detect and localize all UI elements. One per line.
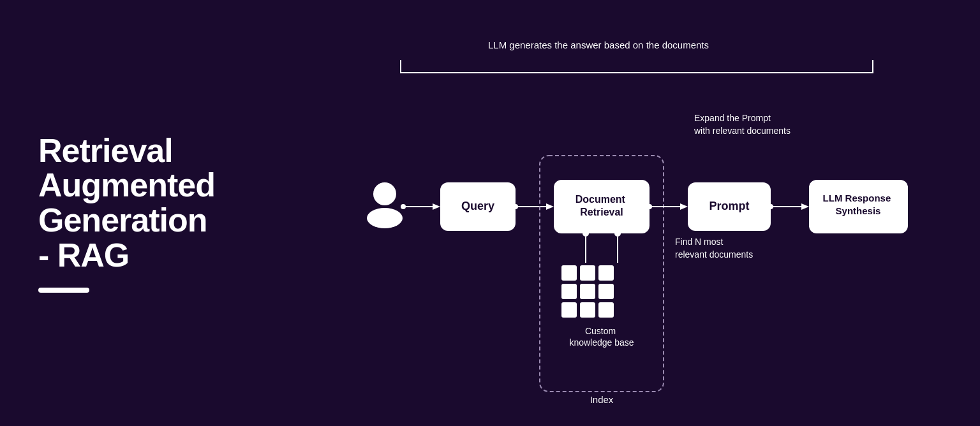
dot-docret-prompt: [647, 204, 652, 209]
dot-prompt-llm: [768, 204, 773, 209]
kb-cell-7: [561, 302, 577, 318]
user-body-icon: [367, 208, 403, 228]
main-title: Retrieval Augmented Generation - RAG: [38, 133, 242, 272]
top-annotation-text: LLM generates the answer based on the do…: [488, 40, 709, 50]
kb-cell-9: [598, 302, 614, 318]
find-annotation: Find N most relevant documents: [675, 237, 753, 260]
connector-dot-left: [583, 230, 589, 237]
kb-cell-3: [598, 265, 614, 281]
prompt-label: Prompt: [709, 200, 750, 212]
arrowhead-query-docret: [546, 203, 554, 210]
kb-cell-5: [580, 284, 595, 299]
arrowhead-user-query: [433, 203, 440, 210]
kb-cell-2: [580, 265, 595, 281]
expand-annotation: Expand the Prompt with relevant document…: [694, 113, 791, 136]
diagram-section: LLM generates the answer based on the do…: [255, 13, 942, 413]
index-label: Index: [590, 394, 614, 404]
kb-cell-8: [580, 302, 595, 318]
connector-dot-right: [614, 230, 621, 237]
kb-cell-1: [561, 265, 577, 281]
dot-user-query: [401, 204, 406, 209]
kb-cell-6: [598, 284, 614, 299]
title-underline: [38, 288, 89, 293]
kb-cell-4: [561, 284, 577, 299]
page-container: Retrieval Augmented Generation - RAG LLM…: [0, 0, 980, 426]
knowledge-base-label: Custom knowledge base: [569, 326, 634, 348]
arrowhead-prompt-llm: [801, 203, 809, 210]
top-bracket: [401, 60, 873, 73]
dot-query-docret: [513, 204, 518, 209]
arrowhead-docret-prompt: [680, 203, 688, 210]
query-label: Query: [461, 200, 494, 212]
left-section: Retrieval Augmented Generation - RAG: [38, 133, 255, 293]
rag-diagram: LLM generates the answer based on the do…: [286, 22, 911, 404]
user-head-icon: [373, 182, 396, 205]
